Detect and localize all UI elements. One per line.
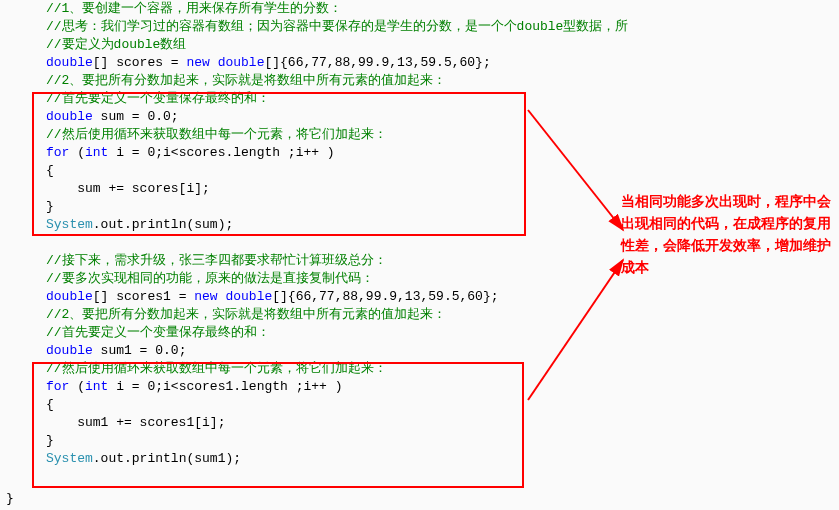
code-text: .out.println(sum); bbox=[93, 217, 233, 232]
keyword: new bbox=[194, 289, 217, 304]
code-text: sum1 = 0.0; bbox=[93, 343, 187, 358]
brace: } bbox=[46, 199, 54, 214]
code-text: sum += scores[i]; bbox=[46, 181, 210, 196]
code-text: sum = 0.0; bbox=[93, 109, 179, 124]
comment-line: //然后使用循环来获取数组中每一个元素，将它们加起来： bbox=[46, 127, 387, 142]
code-text: i = 0;i<scores.length ;i++ ) bbox=[108, 145, 334, 160]
comment-line: //1、要创建一个容器，用来保存所有学生的分数： bbox=[46, 1, 342, 16]
comment-line: //2、要把所有分数加起来，实际就是将数组中所有元素的值加起来： bbox=[46, 73, 446, 88]
class-name: System bbox=[46, 217, 93, 232]
brace: { bbox=[46, 163, 54, 178]
code-text: [] scores1 = bbox=[93, 289, 194, 304]
closing-brace: } bbox=[6, 490, 14, 508]
code-text: .out.println(sum1); bbox=[93, 451, 241, 466]
class-name: System bbox=[46, 451, 93, 466]
keyword: double bbox=[46, 109, 93, 124]
comment-line: //首先要定义一个变量保存最终的和： bbox=[46, 325, 270, 340]
keyword: int bbox=[85, 145, 108, 160]
keyword: double bbox=[46, 343, 93, 358]
comment-line: //然后使用循环来获取数组中每一个元素，将它们加起来： bbox=[46, 361, 387, 376]
keyword: new bbox=[186, 55, 209, 70]
comment-line: //首先要定义一个变量保存最终的和： bbox=[46, 91, 270, 106]
code-text: []{66,77,88,99.9,13,59.5,60}; bbox=[264, 55, 490, 70]
comment-line: //2、要把所有分数加起来，实际就是将数组中所有元素的值加起来： bbox=[46, 307, 446, 322]
keyword: double bbox=[218, 289, 273, 304]
keyword: int bbox=[85, 379, 108, 394]
keyword: for bbox=[46, 379, 69, 394]
keyword: double bbox=[46, 289, 93, 304]
keyword: double bbox=[210, 55, 265, 70]
keyword: double bbox=[46, 55, 93, 70]
comment-line: //要多次实现相同的功能，原来的做法是直接复制代码： bbox=[46, 271, 374, 286]
keyword: for bbox=[46, 145, 69, 160]
code-text: ( bbox=[69, 379, 85, 394]
annotation-text: 当相同功能多次出现时，程序中会出现相同的代码，在成程序的复用性差，会降低开发效率… bbox=[621, 190, 831, 278]
code-text: i = 0;i<scores1.length ;i++ ) bbox=[108, 379, 342, 394]
code-editor: //1、要创建一个容器，用来保存所有学生的分数： //思考：我们学习过的容器有数… bbox=[0, 0, 620, 468]
code-text: []{66,77,88,99.9,13,59.5,60}; bbox=[272, 289, 498, 304]
comment-line: //接下来，需求升级，张三李四都要求帮忙计算班级总分： bbox=[46, 253, 387, 268]
brace: } bbox=[46, 433, 54, 448]
brace: { bbox=[46, 397, 54, 412]
code-text: ( bbox=[69, 145, 85, 160]
comment-line: //要定义为double数组 bbox=[46, 37, 186, 52]
code-text: [] scores = bbox=[93, 55, 187, 70]
comment-line: //思考：我们学习过的容器有数组；因为容器中要保存的是学生的分数，是一个个dou… bbox=[46, 19, 628, 34]
code-text: sum1 += scores1[i]; bbox=[46, 415, 225, 430]
